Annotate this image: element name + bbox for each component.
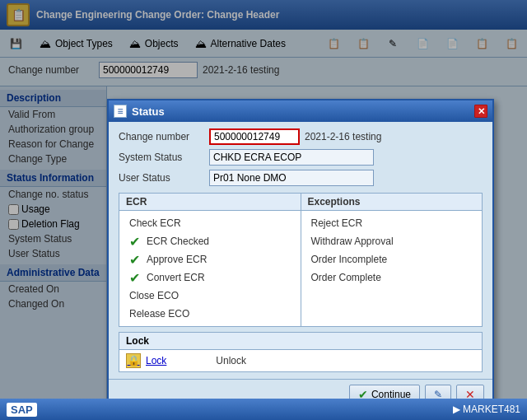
dialog-change-number-input[interactable]	[209, 128, 300, 145]
ecr-item-close-eco[interactable]: Close ECO	[126, 287, 294, 305]
dialog-change-number-label: Change number	[119, 131, 209, 142]
lock-section: Lock 🔒 Lock Unlock	[119, 332, 483, 372]
page-layout: Description Valid From Authorization gro…	[0, 86, 527, 399]
dialog-user-status-label: User Status	[119, 172, 209, 184]
lock-section-header: Lock	[119, 333, 482, 350]
ecr-item-release-eco[interactable]: Release ECO	[126, 305, 294, 323]
dialog-close-button[interactable]: ✕	[474, 105, 487, 118]
ecr-item-ecr-checked[interactable]: ✔ ECR Checked	[126, 232, 294, 250]
dialog-body: Change number 2021-2-16 testing System S…	[109, 122, 492, 379]
dialog-system-status-row: System Status	[119, 149, 483, 166]
dialog-title-icon: ≡	[114, 105, 127, 118]
ecr-rows: Check ECR ✔ ECR Checked ✔ Approve ECR	[119, 211, 482, 326]
exceptions-right-col: Reject ECR Withdraw Approval Order Incom…	[301, 211, 483, 326]
dialog-user-status-input	[209, 170, 374, 186]
exception-item-reject-ecr[interactable]: Reject ECR	[308, 214, 476, 232]
ecr-exceptions-table: ECR Exceptions Check ECR ✔	[119, 193, 483, 327]
dialog-system-status-label: System Status	[119, 152, 209, 163]
ecr-left-col: Check ECR ✔ ECR Checked ✔ Approve ECR	[119, 211, 301, 326]
convert-ecr-checkmark: ✔	[129, 270, 140, 286]
exception-item-order-incomplete[interactable]: Order Incomplete	[308, 250, 476, 268]
lock-row: 🔒 Lock Unlock	[119, 350, 482, 371]
dialog-system-status-input	[209, 149, 374, 166]
dialog-title: Status	[132, 105, 165, 118]
dialog-titlebar: ≡ Status ✕	[109, 100, 492, 122]
approve-ecr-checkmark: ✔	[129, 252, 140, 268]
dialog-titlebar-left: ≡ Status	[114, 105, 165, 118]
dialog-change-number-row: Change number 2021-2-16 testing	[119, 128, 483, 145]
ecr-item-check-ecr[interactable]: Check ECR	[126, 214, 294, 232]
exception-item-withdraw[interactable]: Withdraw Approval	[308, 232, 476, 250]
ecr-col-header: ECR	[119, 194, 301, 210]
ecr-item-approve-ecr[interactable]: ✔ Approve ECR	[126, 250, 294, 268]
dialog-user-status-row: User Status	[119, 170, 483, 186]
exception-item-order-complete[interactable]: Order Complete	[308, 268, 476, 287]
modal-overlay: ≡ Status ✕ Change number 2021-2-16 testi…	[0, 0, 527, 420]
lock-label: Lock	[146, 355, 166, 366]
exceptions-col-header: Exceptions	[301, 194, 483, 210]
lock-button[interactable]: 🔒 Lock	[126, 353, 166, 368]
ecr-item-convert-ecr[interactable]: ✔ Convert ECR	[126, 268, 294, 287]
bottom-server-name: MARKET481	[463, 404, 520, 415]
dialog-change-number-desc: 2021-2-16 testing	[305, 131, 381, 142]
unlock-label[interactable]: Unlock	[216, 355, 246, 366]
bottom-arrow: ▶	[453, 404, 460, 415]
ecr-header-row: ECR Exceptions	[119, 194, 482, 211]
lock-icon: 🔒	[126, 353, 141, 368]
main-content: ≡ Status ✕ Change number 2021-2-16 testi…	[107, 86, 527, 399]
status-dialog: ≡ Status ✕ Change number 2021-2-16 testi…	[107, 99, 494, 411]
sap-logo: SAP	[7, 403, 37, 417]
ecr-checked-checkmark: ✔	[129, 234, 140, 250]
bottom-server: ▶ MARKET481	[453, 404, 520, 415]
bottom-bar: SAP ▶ MARKET481	[0, 399, 527, 420]
